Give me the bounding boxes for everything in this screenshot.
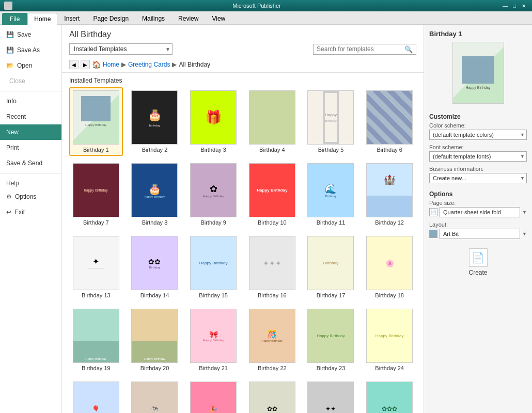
template-thumb-16: ✦✦✦ [249, 236, 295, 290]
content-header: All Birthday Installed Templates Online … [62, 25, 424, 73]
template-birthday-8[interactable]: 🎂 happy birthday Birthday 8 [128, 160, 182, 229]
layout-select[interactable]: Art Bit [440, 229, 520, 239]
sidebar-divider-2 [0, 173, 61, 173]
search-button[interactable]: 🔍 [404, 45, 413, 53]
template-birthday-27[interactable]: 🎉 Birthday 27 [186, 378, 240, 413]
sidebar-item-save-as[interactable]: 💾 Save As [0, 42, 61, 58]
title-bar-left [4, 2, 12, 10]
tab-view[interactable]: View [205, 12, 232, 24]
template-source-select[interactable]: Installed Templates Online Templates [69, 43, 173, 55]
template-thumb-22: 🎊 Happy Birthday [249, 309, 295, 363]
forward-button[interactable]: ▶ [81, 60, 90, 69]
template-birthday-14[interactable]: ✿✿ Birthday Birthday 14 [128, 233, 182, 301]
color-scheme-select[interactable]: (default template colors) [429, 130, 527, 140]
template-birthday-1[interactable]: Happy Birthday Birthday 1 [69, 87, 123, 156]
template-birthday-13[interactable]: ✦ ————— Birthday 13 [69, 233, 123, 301]
maximize-button[interactable]: □ [510, 2, 519, 9]
preview-thumb: Happy Birthday [452, 42, 504, 104]
template-label-23: Birthday 23 [317, 365, 346, 371]
template-birthday-17[interactable]: Birthday Birthday 17 [304, 233, 358, 301]
template-thumb-14: ✿✿ Birthday [131, 236, 178, 290]
template-label-13: Birthday 13 [82, 292, 111, 298]
layout-select-wrap: Art Bit ▼ [429, 229, 527, 239]
business-info-select[interactable]: Create new... [429, 173, 527, 183]
template-label-14: Birthday 14 [140, 292, 169, 298]
close-button[interactable]: ✕ [520, 2, 528, 9]
template-birthday-4[interactable]: Birthday 4 [245, 87, 299, 156]
search-box: 🔍 [313, 44, 416, 55]
template-birthday-5[interactable]: Happy Birthday Birthday 5 [304, 87, 358, 156]
breadcrumb-current: All Birthday [179, 61, 210, 68]
sidebar-item-exit[interactable]: ↩ Exit [0, 204, 61, 220]
template-birthday-6[interactable]: Birthday 6 [363, 87, 416, 156]
sidebar-item-save[interactable]: 💾 Save [0, 27, 61, 42]
template-thumb-7: happy birthday [73, 163, 119, 217]
sidebar-item-open[interactable]: 📂 Open [0, 58, 61, 73]
template-label-21: Birthday 21 [199, 365, 228, 371]
font-scheme-label: Font scheme: [429, 144, 527, 150]
sidebar-item-print[interactable]: Print [0, 140, 61, 155]
tab-file[interactable]: File [2, 13, 27, 25]
template-label-10: Birthday 10 [258, 219, 287, 226]
tab-page-design[interactable]: Page Design [86, 12, 135, 24]
template-birthday-11[interactable]: 🌊 Birthday Birthday 11 [304, 160, 358, 229]
template-birthday-16[interactable]: ✦✦✦ Birthday 16 [245, 233, 299, 301]
back-button[interactable]: ◀ [69, 60, 79, 69]
tab-mailings[interactable]: Mailings [135, 12, 171, 24]
template-thumb-29: ✦✦ [307, 382, 354, 413]
template-birthday-2[interactable]: 🎂 birthday Birthday 2 [128, 87, 182, 156]
template-label-15: Birthday 15 [199, 292, 228, 298]
template-birthday-26[interactable]: 🐄 Birthday 26 [128, 378, 182, 413]
template-thumb-5: Happy Birthday [307, 90, 354, 145]
options-section-title: Options [429, 190, 527, 198]
breadcrumb-home[interactable]: Home [103, 61, 119, 68]
template-label-3: Birthday 3 [200, 147, 226, 153]
section-label: Installed Templates [62, 73, 424, 87]
template-birthday-25[interactable]: 🎈 Birthday 25 [69, 378, 123, 413]
minimize-button[interactable]: — [501, 2, 509, 9]
save-icon: 💾 [6, 31, 14, 38]
layout-label: Layout: [429, 221, 527, 228]
search-input[interactable] [317, 45, 404, 53]
sidebar-item-save-send[interactable]: Save & Send [0, 155, 61, 171]
template-label-9: Birthday 9 [200, 219, 226, 226]
template-birthday-28[interactable]: ✿✿ Birthday 28 [245, 378, 299, 413]
sidebar-item-close[interactable]: Close [0, 73, 61, 89]
content-area: All Birthday Installed Templates Online … [62, 25, 424, 413]
template-birthday-12[interactable]: 🏰 Birthday 12 [363, 160, 416, 229]
template-birthday-22[interactable]: 🎊 Happy Birthday Birthday 22 [245, 306, 299, 374]
template-thumb-23: Happy Birthday [307, 309, 354, 363]
breadcrumb-greeting-cards[interactable]: Greeting Cards [128, 61, 170, 68]
template-birthday-18[interactable]: 🌸 Birthday 18 [363, 233, 416, 301]
tab-review[interactable]: Review [171, 12, 205, 24]
font-scheme-select[interactable]: (default template fonts) [429, 151, 527, 162]
template-birthday-3[interactable]: 🎁 Birthday 3 [186, 87, 240, 156]
sidebar-item-info[interactable]: Info [0, 93, 61, 109]
template-birthday-19[interactable]: Happy Birthday Birthday 19 [69, 306, 123, 374]
template-label-1: Birthday 1 [83, 147, 109, 153]
template-birthday-30[interactable]: ✿✿✿ Birthday 30 [363, 378, 416, 413]
sidebar-item-options[interactable]: ⚙ Options [0, 189, 61, 204]
template-thumb-25: 🎈 [73, 382, 119, 413]
template-thumb-3: 🎁 [190, 90, 237, 145]
tab-home[interactable]: Home [27, 13, 57, 25]
templates-grid-container[interactable]: Happy Birthday Birthday 1 🎂 birthday [62, 87, 424, 413]
template-birthday-23[interactable]: Happy Birthday Birthday 23 [304, 306, 358, 374]
template-birthday-20[interactable]: Happy Birthday Birthday 20 [128, 306, 182, 374]
page-size-icon: 📄 [429, 208, 437, 216]
open-icon: 📂 [6, 62, 14, 69]
sidebar-item-new[interactable]: New [0, 124, 61, 140]
create-button[interactable]: 📄 Create [429, 248, 527, 276]
layout-icon [429, 230, 437, 238]
page-size-select[interactable]: Quarter-sheet side fold [440, 207, 520, 217]
sidebar-item-recent[interactable]: Recent [0, 109, 61, 124]
template-birthday-24[interactable]: Happy Birthday Birthday 24 [363, 306, 416, 374]
tab-insert[interactable]: Insert [57, 12, 86, 24]
template-birthday-7[interactable]: happy birthday Birthday 7 [69, 160, 123, 229]
template-thumb-24: Happy Birthday [366, 309, 413, 363]
template-birthday-9[interactable]: ✿ Happy Birthday Birthday 9 [186, 160, 240, 229]
template-birthday-10[interactable]: Happy Birthday Birthday 10 [245, 160, 299, 229]
template-birthday-21[interactable]: 🎀 Happy Birthday Birthday 21 [186, 306, 240, 374]
template-birthday-29[interactable]: ✦✦ Birthday 29 [304, 378, 358, 413]
template-birthday-15[interactable]: Happy Birthday Birthday 15 [186, 233, 240, 301]
